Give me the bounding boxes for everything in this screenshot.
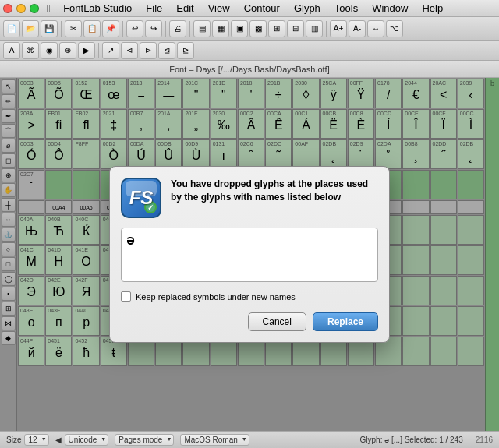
tb2-btn8[interactable]: ⊳ xyxy=(140,42,157,59)
view1-btn[interactable]: ▤ xyxy=(193,20,211,37)
tb2-btn10[interactable]: ⊵ xyxy=(177,42,194,59)
menu-view[interactable]: View xyxy=(202,1,236,16)
size-seg: Size 12 xyxy=(6,434,49,446)
toolbar-2: A ⌘ ◉ ⊕ ▶ ↗ ⊲ ⊳ ⊴ ⊵ xyxy=(0,41,499,61)
zoom-out-btn[interactable]: A- xyxy=(349,20,366,37)
undo-btn[interactable]: ↩ xyxy=(126,20,143,37)
menu-glyph[interactable]: Glyph xyxy=(288,1,327,16)
charset-seg: MacOS Roman xyxy=(180,434,249,446)
encoding-seg: ◀ Unicode xyxy=(55,434,109,446)
tb2-btn3[interactable]: ◉ xyxy=(41,42,58,59)
size-dropdown[interactable]: 12 xyxy=(24,434,48,446)
tb2-btn1[interactable]: A xyxy=(3,42,20,59)
cut-btn[interactable]: ✂ xyxy=(65,20,82,37)
glyph-info-seg: Glyph: ə [...] Selected: 1 / 243 xyxy=(360,436,463,444)
dialog-overlay: FS ✓ You have dropped glyphs at the plac… xyxy=(0,78,499,431)
view6-btn[interactable]: ⊟ xyxy=(287,20,304,37)
dialog-message: You have dropped glyphs at the places us… xyxy=(171,178,378,218)
tb2-btn4[interactable]: ⊕ xyxy=(59,42,76,59)
document-title: Font – Days [/.../Days Bash/DaysBash.otf… xyxy=(169,65,329,74)
keep-symbols-checkbox[interactable] xyxy=(121,291,131,302)
dialog-buttons: Cancel Replace xyxy=(121,312,378,331)
mode-seg: Pages mode xyxy=(115,434,174,446)
document-titlebar: Font – Days [/.../Days Bash/DaysBash.otf… xyxy=(0,61,499,78)
encoding-label: ◀ xyxy=(55,436,62,444)
paste-btn[interactable]: 📌 xyxy=(102,20,119,37)
glyph-info: Glyph: ə [...] Selected: 1 / 243 xyxy=(360,436,463,444)
tb2-btn7[interactable]: ⊲ xyxy=(121,42,138,59)
window-min-btn[interactable] xyxy=(16,4,26,13)
open-btn[interactable]: 📂 xyxy=(22,20,39,37)
size-label: Size xyxy=(6,436,21,444)
view2-btn[interactable]: ▦ xyxy=(212,20,229,37)
keep-symbols-label: Keep replaced symbols under new names xyxy=(136,292,296,302)
menu-file[interactable]: File xyxy=(140,1,168,16)
window-max-btn[interactable] xyxy=(30,4,39,13)
toolbar2-sep-1 xyxy=(98,43,99,58)
charset-dropdown[interactable]: MacOS Roman xyxy=(180,434,249,446)
save-btn[interactable]: 💾 xyxy=(41,20,58,37)
menu-fontlab[interactable]: FontLab Studio xyxy=(57,1,138,16)
mode-dropdown[interactable]: Pages mode xyxy=(115,434,174,446)
view7-btn[interactable]: ▥ xyxy=(306,20,323,37)
new-btn[interactable]: 📄 xyxy=(3,20,20,37)
redo-btn[interactable]: ↪ xyxy=(145,20,162,37)
menu-tools[interactable]: Tools xyxy=(328,1,364,16)
dialog-top: FS ✓ You have dropped glyphs at the plac… xyxy=(121,178,378,218)
view3-btn[interactable]: ▣ xyxy=(231,20,248,37)
checkbox-row: Keep replaced symbols under new names xyxy=(121,291,378,302)
apple-logo:  xyxy=(47,2,51,15)
fontlab-icon: FS ✓ xyxy=(121,178,161,218)
glyph-names-textbox[interactable]: ə xyxy=(121,228,378,282)
menu-edit[interactable]: Edit xyxy=(170,1,200,16)
cancel-button[interactable]: Cancel xyxy=(248,312,306,331)
menu-contour[interactable]: Contour xyxy=(238,1,286,16)
tb2-btn9[interactable]: ⊴ xyxy=(158,42,175,59)
replace-dialog: FS ✓ You have dropped glyphs at the plac… xyxy=(109,166,390,343)
encoding-dropdown[interactable]: Unicode xyxy=(65,434,109,446)
metrics-btn[interactable]: ↔ xyxy=(367,20,384,37)
toolbar-1: 📄 📂 💾 ✂ 📋 📌 ↩ ↪ 🖨 ▤ ▦ ▣ ▩ ⊞ ⊟ ▥ A+ A- ↔ … xyxy=(0,17,499,41)
status-code: 2116 xyxy=(476,436,493,444)
menubar:  FontLab Studio File Edit View Contour … xyxy=(0,0,499,17)
tb2-btn2[interactable]: ⌘ xyxy=(22,42,39,59)
toolbar-sep-4 xyxy=(189,21,190,37)
print-btn[interactable]: 🖨 xyxy=(169,20,186,37)
toolbar-sep-1 xyxy=(61,21,62,37)
toolbar-sep-3 xyxy=(165,21,166,37)
replace-button[interactable]: Replace xyxy=(313,312,378,331)
window-close-btn[interactable] xyxy=(3,4,12,13)
toolbar-sep-5 xyxy=(326,21,327,37)
tb2-btn5[interactable]: ▶ xyxy=(78,42,95,59)
main-area: ↖ ✏ ✒ ⌒ ⌀ ◻ ⊕ ✋ ┼ ↔ ⚓ ○ □ ◯ ▪ ⊞ ⋈ ◆ 00C3… xyxy=(0,78,499,431)
menu-help[interactable]: Help xyxy=(416,1,449,16)
view4-btn[interactable]: ▩ xyxy=(250,20,267,37)
kern-btn[interactable]: ⌥ xyxy=(386,20,403,37)
statusbar: Size 12 ◀ Unicode Pages mode MacOS Roman… xyxy=(0,431,499,448)
zoom-in-btn[interactable]: A+ xyxy=(330,20,347,37)
tb2-btn6[interactable]: ↗ xyxy=(102,42,119,59)
view5-btn[interactable]: ⊞ xyxy=(268,20,285,37)
dialog-body: FS ✓ You have dropped glyphs at the plac… xyxy=(110,167,389,342)
toolbar-sep-2 xyxy=(122,21,123,37)
menu-window[interactable]: Window xyxy=(366,1,414,16)
copy-btn[interactable]: 📋 xyxy=(83,20,101,37)
